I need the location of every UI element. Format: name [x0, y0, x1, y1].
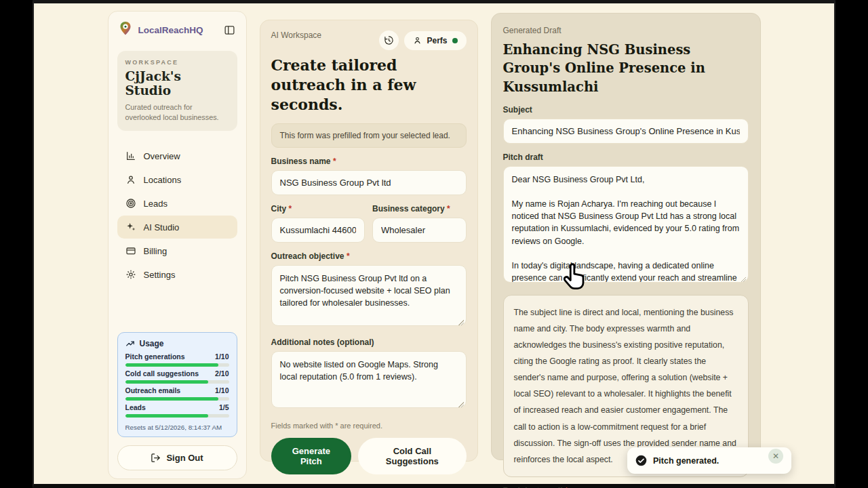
- usage-bar: [125, 363, 229, 367]
- usage-bar: [125, 397, 229, 401]
- trend-up-icon: [125, 339, 135, 348]
- user-icon: [413, 36, 422, 45]
- required-fields-note: Fields marked with * are required.: [271, 422, 467, 430]
- pitch-draft-field-group: Pitch draft Dear NSG Business Group Pvt …: [503, 152, 749, 285]
- workspace-name: CjJack's Studio: [125, 69, 229, 98]
- city-input[interactable]: [271, 218, 366, 243]
- perfs-account-button[interactable]: Perfs: [404, 31, 466, 50]
- gear-icon: [125, 269, 136, 280]
- usage-row: Cold call suggestions2/10: [125, 369, 229, 384]
- history-button[interactable]: [379, 30, 399, 50]
- panel-eyebrow: Generated Draft: [503, 26, 561, 35]
- sidebar-collapse-icon[interactable]: [222, 22, 237, 37]
- city-field-group: City *: [271, 204, 366, 243]
- workspace-description: Curated outreach for overlooked local bu…: [125, 102, 229, 122]
- workspace-label: WORKSPACE: [125, 59, 229, 66]
- logout-icon: [151, 453, 161, 463]
- bar-chart-icon: [125, 150, 136, 161]
- usage-row: Outreach emails1/10: [125, 386, 229, 401]
- ai-workspace-panel: AI Workspace Perfs Create tailored outre…: [260, 20, 478, 462]
- prefill-banner: This form was prefilled from your select…: [271, 123, 467, 148]
- usage-card: Usage Pitch generations1/10 Cold call su…: [117, 332, 237, 437]
- sidebar-item-ai-studio[interactable]: AI Studio: [117, 216, 237, 239]
- user-pin-icon: [125, 174, 136, 185]
- business-name-input[interactable]: [271, 170, 467, 195]
- workspace-card: WORKSPACE CjJack's Studio Curated outrea…: [117, 51, 237, 131]
- usage-reset-note: Resets at 5/12/2026, 8:14:37 AM: [125, 424, 229, 431]
- subject-input[interactable]: [503, 119, 749, 144]
- generate-pitch-button[interactable]: Generate Pitch: [271, 438, 352, 474]
- category-field-group: Business category *: [372, 204, 467, 243]
- sparkles-icon: [125, 222, 136, 232]
- usage-row: Leads1/5: [125, 403, 229, 418]
- cold-call-suggestions-button[interactable]: Cold Call Suggestions: [358, 438, 466, 474]
- sidebar-nav: Overview Locations Leads AI Studio Billi…: [117, 144, 237, 286]
- target-icon: [125, 198, 136, 209]
- subject-field-group: Subject: [503, 105, 749, 144]
- status-dot: [452, 38, 458, 43]
- usage-bar: [125, 380, 229, 384]
- brand-logo-pin-icon: [117, 20, 134, 39]
- sign-out-button[interactable]: Sign Out: [117, 445, 237, 470]
- usage-bar: [125, 414, 229, 418]
- notes-field-group: Additional notes (optional) No website l…: [271, 338, 467, 411]
- toast-close-icon[interactable]: ✕: [768, 449, 783, 464]
- objective-field-group: Outreach objective * Pitch NSG Business …: [271, 251, 467, 329]
- generated-draft-panel: Generated Draft Enhancing NSG Business G…: [491, 13, 761, 460]
- sidebar-item-settings[interactable]: Settings: [117, 263, 237, 286]
- app-window: LocalReachHQ WORKSPACE CjJack's Studio C…: [33, 0, 835, 488]
- workspace-heading: Create tailored outreach in a few second…: [271, 56, 461, 115]
- history-icon: [384, 35, 394, 45]
- sidebar-item-billing[interactable]: Billing: [117, 239, 237, 262]
- sidebar: LocalReachHQ WORKSPACE CjJack's Studio C…: [108, 11, 247, 479]
- usage-title: Usage: [140, 339, 164, 348]
- brand-name: LocalReachHQ: [138, 25, 218, 35]
- toast-message: Pitch generated.: [653, 456, 762, 466]
- business-name-field-group: Business name *: [271, 157, 467, 195]
- sidebar-item-leads[interactable]: Leads: [117, 192, 237, 215]
- business-category-input[interactable]: [372, 218, 467, 243]
- credit-card-icon: [125, 245, 136, 256]
- outreach-objective-textarea[interactable]: Pitch NSG Business Group Pvt ltd on a co…: [271, 265, 467, 326]
- toast-notification: Pitch generated. ✕: [627, 447, 791, 474]
- pitch-draft-textarea[interactable]: Dear NSG Business Group Pvt Ltd, My name…: [503, 166, 749, 283]
- check-circle-icon: [635, 455, 647, 466]
- panel-eyebrow: AI Workspace: [271, 30, 321, 40]
- draft-title: Enhancing NSG Business Group's Online Pr…: [503, 41, 749, 96]
- additional-notes-textarea[interactable]: No website listed on Google Maps. Strong…: [271, 351, 467, 408]
- sidebar-item-locations[interactable]: Locations: [117, 168, 237, 191]
- usage-row: Pitch generations1/10: [125, 352, 229, 367]
- sidebar-item-overview[interactable]: Overview: [117, 144, 237, 167]
